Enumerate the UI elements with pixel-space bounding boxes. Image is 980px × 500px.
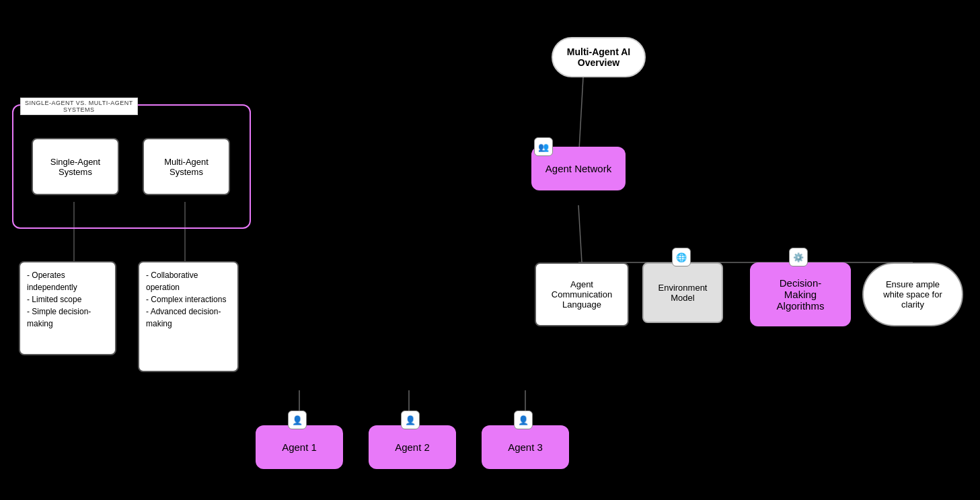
svg-line-1	[578, 205, 582, 262]
root-label: Multi-Agent AI Overview	[567, 46, 630, 68]
ensure-whitespace-node: Ensure ample white space for clarity	[862, 262, 963, 326]
multi-agent-label: Multi-Agent Systems	[164, 157, 209, 177]
decision-making-box: Decision- Making Algorithms	[750, 262, 851, 326]
agent2-label: Agent 2	[395, 441, 430, 453]
decision-making-label: Decision- Making Algorithms	[777, 277, 825, 312]
agent-network-icon: 👥	[534, 137, 553, 156]
agent1-box: Agent 1	[256, 425, 343, 469]
agent3-icon: 👤	[514, 410, 533, 429]
agent2-box: Agent 2	[369, 425, 456, 469]
agent2-icon: 👤	[401, 410, 420, 429]
environment-model-icon: 🌐	[672, 248, 691, 266]
systems-container: SINGLE-AGENT VS. MULTI-AGENT SYSTEMS Sin…	[12, 104, 251, 229]
root-node: Multi-Agent AI Overview	[552, 37, 646, 77]
single-agent-box: Single-Agent Systems	[32, 138, 119, 195]
agent3-label: Agent 3	[508, 441, 543, 453]
decision-making-icon: ⚙️	[789, 248, 808, 266]
agent-comm-lang-label: Agent Communication Language	[552, 279, 612, 310]
agent3-box: Agent 3	[482, 425, 569, 469]
single-agent-desc-text: - Operates independently - Limited scope…	[27, 269, 108, 330]
container-label: SINGLE-AGENT VS. MULTI-AGENT SYSTEMS	[20, 98, 138, 115]
agent-comm-lang-box: Agent Communication Language	[535, 262, 629, 326]
agent-network-label: Agent Network	[545, 163, 611, 174]
single-agent-label: Single-Agent Systems	[50, 157, 100, 177]
multi-agent-desc: - Collaborative operation - Complex inte…	[138, 261, 239, 372]
environment-model-box: Environment Model	[642, 262, 723, 323]
multi-agent-box: Multi-Agent Systems	[143, 138, 230, 195]
multi-agent-desc-text: - Collaborative operation - Complex inte…	[146, 269, 231, 330]
environment-model-label: Environment Model	[658, 283, 708, 303]
single-agent-desc: - Operates independently - Limited scope…	[19, 261, 116, 355]
agent1-label: Agent 1	[282, 441, 317, 453]
agent1-icon: 👤	[288, 410, 307, 429]
ensure-whitespace-label: Ensure ample white space for clarity	[883, 279, 942, 310]
